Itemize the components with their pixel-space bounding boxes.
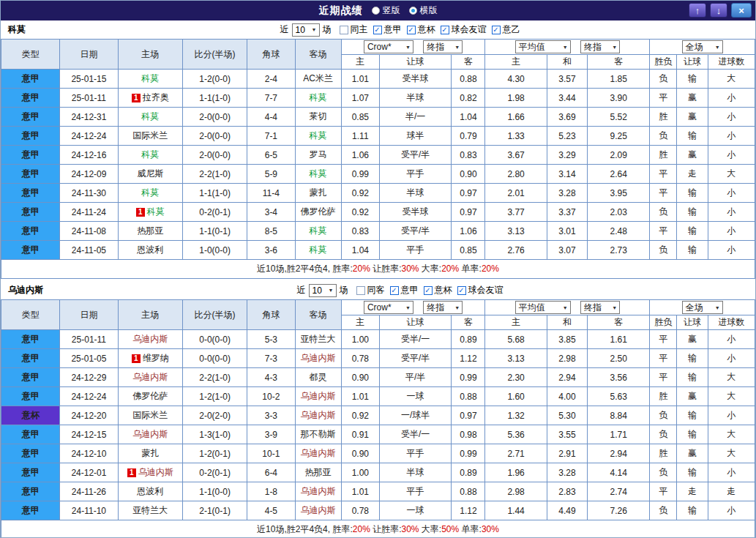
match-count-select[interactable]: 10 ▼ [292,23,320,37]
league-filter[interactable]: ✓意甲 [390,284,419,296]
team-link[interactable]: 都灵 [310,372,327,382]
chevron-down-icon: ▼ [329,288,334,293]
team-link[interactable]: 热那亚 [137,225,163,236]
team-link[interactable]: 维罗纳 [143,353,169,363]
team-link[interactable]: 蒙扎 [310,187,327,198]
final-index-select[interactable]: 终指▼ [580,40,620,53]
odds-cell: 受平/半 [379,222,451,241]
view-option[interactable]: 竖版 [372,4,400,17]
checkbox-icon[interactable]: ✓ [407,26,416,34]
odds-cell: 半/一 [379,108,451,127]
home-team-cell: 威尼斯 [118,165,182,184]
scroll-up-button[interactable]: ↑ [689,3,706,18]
fulltime-select[interactable]: 全场▼ [682,40,723,53]
sub-header-goals: 进球数 [708,315,755,330]
final-index-select[interactable]: 终指▼ [580,301,620,314]
odds-cell: 0.88 [452,482,485,501]
league-filter[interactable]: 同主 [340,23,368,36]
view-option-label: 横版 [420,4,438,17]
checkbox-icon[interactable] [356,286,365,295]
team-link[interactable]: 恩波利 [137,244,163,255]
close-button[interactable]: × [731,3,752,18]
team-link[interactable]: 蒙扎 [141,448,159,458]
team-link[interactable]: 乌迪内斯 [301,486,336,496]
team-link[interactable]: 那不勒斯 [301,429,336,439]
team-link[interactable]: 乌迪内斯 [132,334,168,344]
team-link[interactable]: 科莫 [141,73,159,83]
bookmaker-select[interactable]: Crow*▼ [364,40,413,53]
average-select[interactable]: 平均值▼ [515,40,571,53]
league-filter[interactable]: 同客 [356,284,385,296]
home-team-cell: 乌迪内斯 [118,368,182,387]
team-link[interactable]: 乌迪内斯 [138,467,173,477]
team-link[interactable]: 乌迪内斯 [301,353,336,363]
final-index-select[interactable]: 终指▼ [423,301,463,314]
team-link[interactable]: 科莫 [310,168,327,179]
team-link[interactable]: 科莫 [310,92,327,102]
team-link[interactable]: 科莫 [141,149,159,160]
team-link[interactable]: 科莫 [310,130,327,141]
match-count-select[interactable]: 10 ▼ [309,284,337,297]
odds-cell: 2.03 [587,203,649,222]
team-link[interactable]: 国际米兰 [132,410,168,420]
scroll-down-button[interactable]: ↓ [710,3,727,18]
checkbox-icon[interactable]: ✓ [492,26,501,34]
odds-cell: 1.01 [341,482,379,501]
team-link[interactable]: 亚特兰大 [132,505,168,515]
checkbox-icon[interactable]: ✓ [390,286,399,295]
team-link[interactable]: 乌迪内斯 [132,429,168,439]
team-link[interactable]: 乌迪内斯 [301,448,336,458]
odds-cell: 0.89 [452,330,485,349]
radio-button-icon[interactable] [409,7,417,15]
league-cell: 意甲 [1,203,60,222]
result-cell: 小 [708,184,755,203]
checkbox-icon[interactable]: ✓ [424,286,433,295]
team-link[interactable]: 佛罗伦萨 [132,391,168,401]
checkbox-icon[interactable] [340,26,348,34]
team-link[interactable]: 亚特兰大 [301,334,336,344]
team-link[interactable]: 科莫 [141,111,159,122]
team-link[interactable]: 佛罗伦萨 [301,206,336,217]
team-link[interactable]: 国际米兰 [132,130,168,141]
league-filter[interactable]: ✓意杯 [407,23,435,36]
team-link[interactable]: 乌迪内斯 [132,372,168,382]
average-select[interactable]: 平均值▼ [515,301,571,314]
league-filter[interactable]: ✓球会友谊 [441,23,487,36]
odds-cell: 平手 [379,165,451,184]
bookmaker-select[interactable]: Crow*▼ [364,301,413,314]
odds-cell: 2.98 [485,482,547,501]
checkbox-icon[interactable]: ✓ [373,26,382,34]
team-link[interactable]: 乌迪内斯 [301,505,336,515]
chevron-down-icon: ▼ [715,45,720,50]
down-arrow-icon: ↓ [716,5,722,16]
fulltime-select[interactable]: 全场▼ [682,301,723,314]
summary-text: 30% [401,524,419,534]
league-filter[interactable]: ✓意杯 [424,284,452,296]
team-link[interactable]: 威尼斯 [137,168,163,179]
result-cell: 平 [650,222,677,241]
team-link[interactable]: 科莫 [310,225,327,236]
final-index-select[interactable]: 终指▼ [423,40,463,53]
recent-label: 近 [297,284,306,296]
radio-button-icon[interactable] [372,7,380,15]
league-filter[interactable]: ✓意乙 [492,23,520,36]
checkbox-icon[interactable]: ✓ [457,286,466,295]
team-link[interactable]: 恩波利 [137,486,163,496]
team-link[interactable]: 热那亚 [305,467,332,477]
team-link[interactable]: 科莫 [141,187,159,198]
team-link[interactable]: 科莫 [147,206,165,217]
odds-cell: 8.84 [587,406,649,425]
view-option[interactable]: 横版 [409,4,438,17]
team-link[interactable]: AC米兰 [303,73,333,83]
team-link[interactable]: 拉齐奥 [143,92,169,102]
team-link[interactable]: 乌迪内斯 [301,391,336,401]
team-link[interactable]: 莱切 [310,111,327,122]
league-filter[interactable]: ✓球会友谊 [457,284,504,296]
match-row: 意甲25-01-111拉齐奥1-1(1-0)7-7科莫1.07半球0.821.9… [1,89,755,108]
checkbox-icon[interactable]: ✓ [441,26,449,34]
odds-cell: 0.92 [341,406,379,425]
team-link[interactable]: 乌迪内斯 [301,410,336,420]
league-filter[interactable]: ✓意甲 [373,23,402,36]
team-link[interactable]: 罗马 [310,149,327,160]
team-link[interactable]: 科莫 [310,244,327,255]
